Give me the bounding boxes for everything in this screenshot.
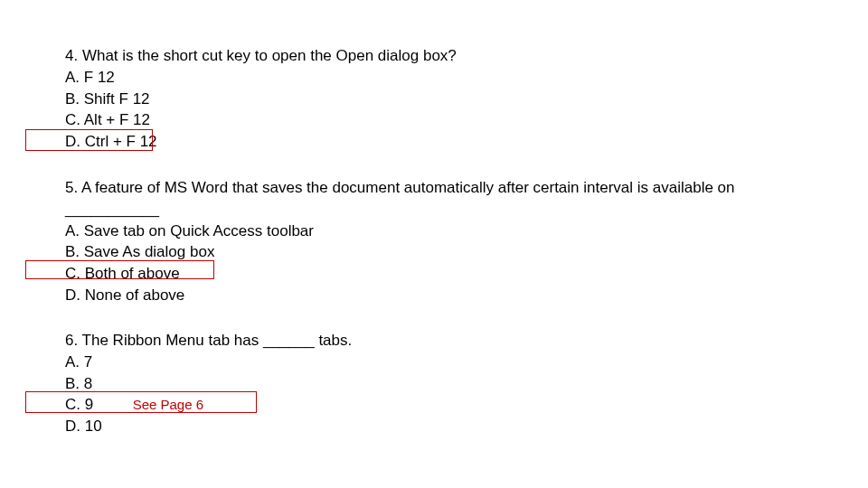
q5-option-d: D. None of above (65, 285, 735, 306)
q6-option-a: A. 7 (65, 352, 352, 373)
q4-option-b: B. Shift F 12 (65, 89, 457, 110)
q4-question-text: 4. What is the short cut key to open the… (65, 45, 457, 67)
q4-option-a: A. F 12 (65, 67, 457, 89)
q5-answer-highlight (25, 260, 214, 279)
question-6-block: 6. The Ribbon Menu tab has ______ tabs. … (65, 330, 352, 437)
q5-option-a: A. Save tab on Quick Access toolbar (65, 221, 735, 242)
q6-question-text: 6. The Ribbon Menu tab has ______ tabs. (65, 330, 352, 352)
q5-question-text: 5. A feature of MS Word that saves the d… (65, 177, 735, 199)
q4-answer-highlight (25, 129, 153, 151)
q6-option-d: D. 10 (65, 416, 352, 437)
q6-answer-highlight (25, 391, 257, 413)
q5-question-blank: ___________ (65, 199, 735, 221)
quiz-page: 4. What is the short cut key to open the… (0, 0, 868, 488)
question-5-block: 5. A feature of MS Word that saves the d… (65, 177, 735, 306)
q4-option-c: C. Alt + F 12 (65, 109, 457, 131)
